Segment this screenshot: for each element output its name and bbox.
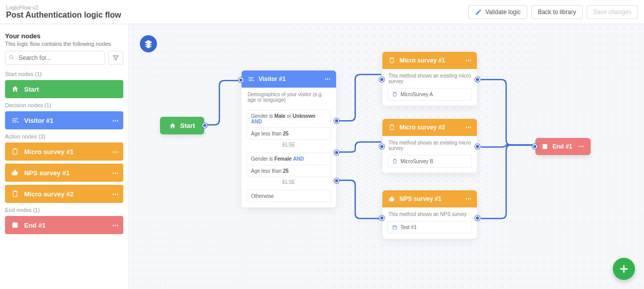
- sidebar: Your nodes This logic flow contains the …: [0, 24, 129, 289]
- calendar-icon: [392, 225, 397, 230]
- home-icon: [169, 122, 176, 129]
- survey-ref[interactable]: MicroSurvey A: [387, 88, 472, 101]
- sidebar-item-visitor[interactable]: Visitor #1 ⋯: [5, 111, 123, 129]
- sidebar-subtitle: This logic flow contains the following n…: [5, 41, 123, 47]
- thumb-icon: [388, 195, 395, 202]
- header: LogicFlow v2 Post Authentication logic f…: [0, 0, 644, 24]
- sidebar-item-end[interactable]: End #1 ⋯: [5, 216, 123, 234]
- sidebar-title: Your nodes: [5, 32, 123, 40]
- breadcrumb: LogicFlow v2: [6, 5, 121, 11]
- node-micro2[interactable]: Micro survey #2 ⋯ This method shows an e…: [382, 119, 477, 173]
- save-changes-button: Save changes: [587, 5, 638, 19]
- more-icon[interactable]: ⋯: [112, 117, 119, 124]
- sidebar-item-micro1[interactable]: Micro survey #1 ⋯: [5, 142, 123, 161]
- clipboard-icon: [388, 124, 395, 131]
- rule-2a: Gender is Female AND: [247, 153, 331, 165]
- search-icon: [9, 54, 15, 60]
- add-node-button[interactable]: [613, 258, 635, 280]
- pencil-icon: [475, 9, 482, 16]
- more-icon[interactable]: ⋯: [112, 222, 119, 229]
- more-icon[interactable]: ⋯: [325, 76, 331, 83]
- more-icon[interactable]: ⋯: [112, 148, 119, 156]
- layers-icon: [144, 39, 153, 48]
- node-end[interactable]: End #1 ⋯: [535, 138, 591, 155]
- section-end-label: End nodes (1): [5, 207, 123, 213]
- section-action-label: Action nodes (3): [5, 133, 123, 139]
- search-input-wrapper: [5, 51, 105, 65]
- clipboard-icon: [392, 92, 397, 97]
- page-title: Post Authentication logic flow: [6, 11, 121, 20]
- stop-icon: [541, 143, 548, 150]
- rule-otherwise: Otherwise: [247, 190, 331, 202]
- thumb-icon: [11, 169, 19, 177]
- search-input[interactable]: [5, 51, 105, 65]
- validate-logic-button[interactable]: Validate logic: [468, 5, 527, 19]
- plus-icon: [618, 263, 629, 274]
- section-decision-label: Decision nodes (1): [5, 102, 123, 108]
- back-to-library-button[interactable]: Back to library: [531, 5, 583, 19]
- layers-button[interactable]: [140, 35, 157, 52]
- rule-1b: Age less than 25: [247, 128, 331, 140]
- clipboard-icon: [388, 57, 395, 64]
- node-nps[interactable]: NPS survey #1 ⋯ This method shows an NPS…: [382, 190, 477, 239]
- node-start[interactable]: Start: [160, 117, 204, 134]
- sidebar-item-micro2[interactable]: Micro survey #2 ⋯: [5, 185, 123, 203]
- rule-1a: Gender is Male or Unknown AND: [247, 110, 331, 128]
- rule-2b: Age less than 25: [247, 165, 331, 177]
- sliders-icon: [11, 116, 19, 124]
- stop-icon: [11, 221, 19, 229]
- home-icon: [11, 85, 19, 93]
- section-start-label: Start nodes (1): [5, 71, 123, 77]
- clipboard-icon: [392, 159, 397, 164]
- survey-ref[interactable]: MicroSurvey B: [387, 155, 472, 168]
- clipboard-icon: [11, 190, 19, 198]
- more-icon[interactable]: ⋯: [112, 190, 119, 198]
- sidebar-item-nps[interactable]: NPS survey #1 ⋯: [5, 164, 123, 182]
- more-icon[interactable]: ⋯: [465, 57, 472, 64]
- sidebar-item-start[interactable]: Start: [5, 80, 123, 98]
- filter-button[interactable]: [108, 51, 123, 65]
- more-icon[interactable]: ⋯: [578, 143, 585, 150]
- canvas[interactable]: Start Visitor #1 ⋯ Demographics of your …: [129, 24, 644, 289]
- filter-icon: [112, 54, 119, 61]
- more-icon[interactable]: ⋯: [112, 169, 119, 177]
- more-icon[interactable]: ⋯: [465, 124, 472, 131]
- node-micro1[interactable]: Micro survey #1 ⋯ This method shows an e…: [382, 52, 477, 106]
- node-visitor[interactable]: Visitor #1 ⋯ Demographics of your visito…: [242, 70, 336, 207]
- survey-ref[interactable]: Test #1: [387, 221, 472, 234]
- clipboard-icon: [11, 148, 19, 156]
- more-icon[interactable]: ⋯: [465, 195, 472, 202]
- sliders-icon: [248, 76, 255, 83]
